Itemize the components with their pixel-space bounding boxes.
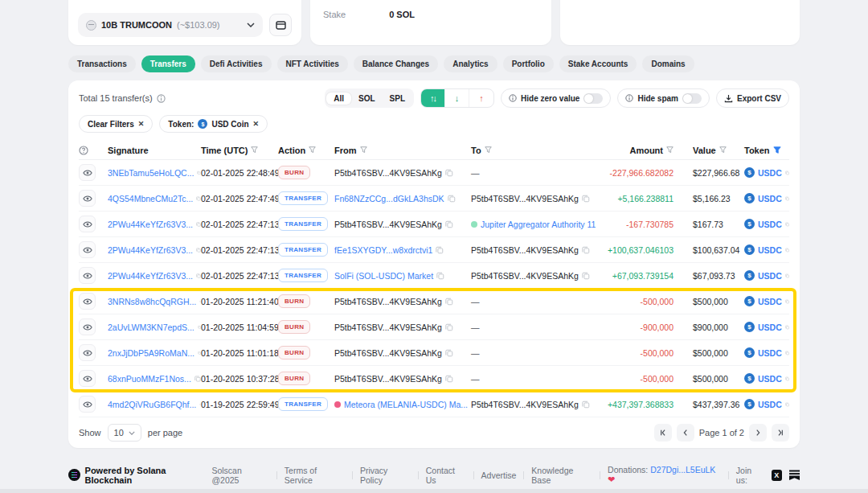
copy-icon[interactable] [194, 375, 201, 383]
export-csv-button[interactable]: Export CSV [716, 88, 789, 108]
filter-icon[interactable] [309, 146, 316, 154]
copy-icon[interactable] [785, 375, 789, 383]
filter-icon-active[interactable] [773, 146, 781, 154]
copy-icon[interactable] [436, 246, 444, 254]
last-page-button[interactable] [772, 424, 789, 442]
footer-link-advertise[interactable]: Advertise [481, 470, 517, 480]
preview-button[interactable] [79, 370, 96, 387]
copy-icon[interactable] [785, 195, 789, 203]
tab-portfolio[interactable]: Portfolio [503, 55, 554, 72]
copy-icon[interactable] [582, 246, 590, 254]
token-link[interactable]: USDC [758, 194, 782, 203]
address-link[interactable]: Meteora (MELANIA-USDC) Ma... [344, 400, 468, 409]
hide-zero-value-switch[interactable] [583, 93, 603, 104]
token-filter-chip[interactable]: Token: $ USD Coin ✕ [159, 115, 268, 133]
tab-stake-accounts[interactable]: Stake Accounts [559, 55, 637, 72]
signature-link[interactable]: 2nxJjDbP5A9RoMaN... [108, 348, 194, 358]
copy-icon[interactable] [445, 323, 453, 331]
signature-link[interactable]: 4QS54MbneCMu2Tc... [108, 194, 193, 203]
copy-icon[interactable] [445, 298, 453, 306]
filter-icon[interactable] [719, 146, 727, 154]
signature-link[interactable]: 68xnPuoMMzF1Nos... [108, 374, 191, 384]
copy-icon[interactable] [785, 323, 789, 331]
signature-link[interactable]: 2aUvLWM3KN7epdS... [108, 323, 194, 332]
page-size-select[interactable]: 10 [108, 424, 141, 442]
tab-defi-activities[interactable]: Defi Activities [201, 55, 272, 72]
token-account-select[interactable]: 10B TRUMCOON (~$103.09) [78, 13, 263, 37]
preview-button[interactable] [79, 344, 96, 361]
copy-icon[interactable] [445, 375, 453, 383]
token-link[interactable]: USDC [758, 245, 782, 255]
footer-link-privacy-policy[interactable]: Privacy Policy [360, 466, 411, 485]
footer-link-knowledge-base[interactable]: Knowledge Base [531, 466, 592, 485]
token-link[interactable]: USDC [758, 323, 782, 332]
copy-icon[interactable] [785, 349, 789, 357]
copy-icon[interactable] [445, 220, 453, 228]
copy-icon[interactable] [582, 401, 590, 409]
address-link[interactable]: Fn68NZzCCg...dGkLA3hsDK [334, 194, 444, 203]
signature-link[interactable]: 4md2QiVRuGB6FQhf... [108, 400, 196, 409]
preview-button[interactable] [79, 267, 96, 284]
close-icon[interactable]: ✕ [253, 120, 260, 128]
copy-icon[interactable] [436, 272, 444, 280]
signature-link[interactable]: 2PWu44KeYfZr63V3... [108, 271, 193, 281]
preview-button[interactable] [79, 164, 96, 181]
preview-button[interactable] [79, 216, 96, 232]
footer-link-terms-of-service[interactable]: Terms of Service [285, 466, 345, 485]
signature-link[interactable]: 3NRNs8w8hcQqRGH... [108, 297, 196, 306]
filter-icon[interactable] [485, 146, 492, 154]
copy-icon[interactable] [582, 272, 590, 280]
preview-button[interactable] [79, 190, 96, 207]
copy-icon[interactable] [445, 349, 453, 357]
tab-balance-changes[interactable]: Balance Changes [354, 55, 438, 72]
preview-button[interactable] [79, 318, 96, 335]
token-link[interactable]: USDC [758, 168, 782, 178]
footer-link-solscan-2025[interactable]: Solscan @2025 [211, 466, 268, 485]
preview-button[interactable] [79, 396, 96, 413]
copy-icon[interactable] [582, 195, 590, 203]
token-link[interactable]: USDC [758, 271, 782, 281]
sort-both-button[interactable]: ↑↓ [421, 89, 445, 107]
filter-all[interactable]: All [326, 92, 351, 105]
clear-filters-chip[interactable]: Clear Filters ✕ [79, 115, 153, 133]
hide-spam-toggle[interactable]: Hide spam [617, 88, 710, 108]
signature-link[interactable]: 2PWu44KeYfZr63V3... [108, 245, 193, 255]
copy-icon[interactable] [448, 195, 456, 203]
copy-icon[interactable] [785, 401, 789, 409]
tab-domains[interactable]: Domains [642, 55, 694, 72]
hide-zero-value-toggle[interactable]: Hide zero value [501, 88, 611, 108]
token-link[interactable]: USDC [758, 220, 782, 229]
filter-icon[interactable] [360, 146, 367, 154]
copy-icon[interactable] [785, 169, 789, 177]
copy-icon[interactable] [445, 169, 453, 177]
filter-icon[interactable] [666, 146, 674, 154]
preview-button[interactable] [79, 241, 96, 258]
substack-icon[interactable] [789, 470, 800, 480]
sort-asc-button[interactable]: ↑ [469, 89, 493, 107]
filter-spl[interactable]: SPL [383, 92, 412, 105]
close-icon[interactable]: ✕ [138, 120, 145, 128]
signature-link[interactable]: 2PWu44KeYfZr63V3... [108, 220, 193, 229]
filter-icon[interactable] [251, 146, 258, 154]
token-link[interactable]: USDC [758, 348, 782, 358]
copy-icon[interactable] [785, 272, 789, 280]
next-page-button[interactable] [749, 424, 767, 442]
token-link[interactable]: USDC [758, 400, 782, 409]
filter-sol[interactable]: SOL [351, 92, 383, 105]
sort-desc-button[interactable]: ↓ [445, 89, 469, 107]
preview-button[interactable] [79, 293, 96, 310]
x-twitter-icon[interactable]: X [772, 470, 782, 481]
tab-analytics[interactable]: Analytics [444, 55, 497, 72]
token-link[interactable]: USDC [758, 297, 782, 306]
tab-transactions[interactable]: Transactions [68, 55, 136, 72]
copy-icon[interactable] [785, 220, 789, 228]
address-link[interactable]: Jupiter Aggregator Authority 11 [481, 220, 596, 229]
first-page-button[interactable] [654, 424, 672, 442]
token-link[interactable]: USDC [758, 374, 782, 384]
copy-icon[interactable] [785, 246, 789, 254]
tab-nft-activities[interactable]: NFT Activities [277, 55, 348, 72]
copy-icon[interactable] [785, 298, 789, 306]
view-card-button[interactable] [269, 14, 292, 36]
address-link[interactable]: fEe1SXYGDY...w8xdrctvi1 [334, 245, 432, 255]
donations-address-link[interactable]: D27Dgi...L5EuLK [650, 465, 715, 475]
